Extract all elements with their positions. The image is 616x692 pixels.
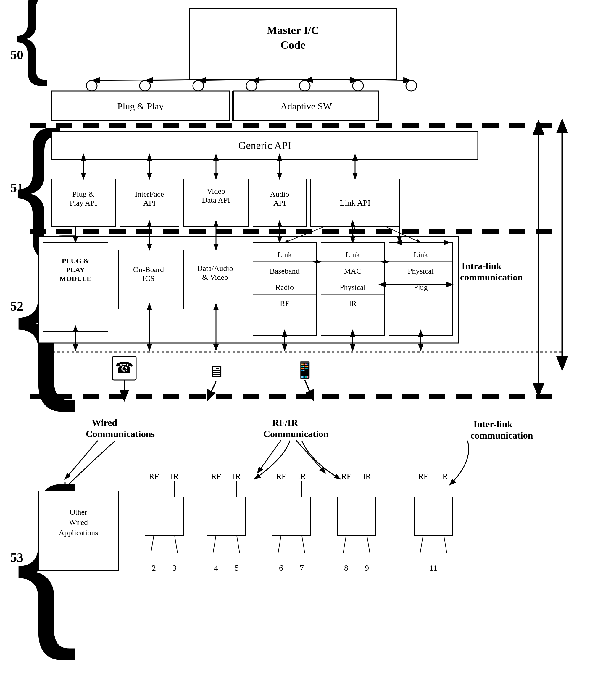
svg-text:IR: IR	[349, 299, 357, 308]
svg-text:51: 51	[10, 181, 23, 195]
svg-text:Communication: Communication	[263, 429, 329, 439]
svg-point-5	[193, 81, 204, 91]
svg-text:🖥: 🖥	[208, 362, 224, 381]
svg-text:Physical: Physical	[340, 283, 366, 291]
svg-line-148	[278, 535, 281, 553]
svg-text:Other: Other	[69, 508, 87, 516]
svg-rect-101	[112, 356, 136, 380]
svg-text:2: 2	[152, 563, 156, 572]
svg-rect-39	[253, 179, 306, 226]
svg-rect-79	[389, 242, 453, 336]
svg-rect-165	[414, 497, 453, 535]
svg-line-130	[151, 535, 154, 553]
svg-point-3	[86, 81, 97, 91]
svg-text:Intra-link: Intra-link	[462, 261, 502, 271]
svg-point-6	[246, 81, 257, 91]
svg-text:Plug &: Plug &	[72, 190, 94, 198]
svg-text:InterFace: InterFace	[135, 190, 164, 198]
svg-text:& Video: & Video	[202, 273, 228, 282]
svg-text:{: {	[15, 201, 79, 414]
svg-rect-0	[189, 8, 397, 79]
svg-line-10	[92, 79, 252, 81]
svg-line-115	[296, 440, 325, 473]
diagram-container: Master I/C Code { 50 Plug & Play Adaptiv…	[0, 0, 616, 692]
svg-text:7: 7	[300, 563, 304, 572]
svg-text:API: API	[143, 199, 156, 207]
svg-text:Code: Code	[280, 39, 305, 51]
diagram-svg: Master I/C Code { 50 Plug & Play Adaptiv…	[0, 0, 616, 692]
svg-line-149	[302, 535, 305, 553]
svg-text:RF: RF	[341, 472, 351, 481]
svg-text:Link API: Link API	[340, 198, 370, 207]
svg-text:Link: Link	[413, 251, 428, 259]
svg-text:RF: RF	[149, 472, 159, 481]
svg-line-157	[343, 535, 346, 553]
svg-line-167	[444, 535, 447, 553]
svg-line-107	[207, 382, 216, 401]
svg-line-181	[385, 226, 421, 242]
svg-text:Plug & Play: Plug & Play	[118, 101, 164, 111]
svg-rect-36	[184, 179, 249, 226]
svg-line-16	[343, 79, 411, 81]
svg-text:53: 53	[10, 550, 23, 565]
svg-line-179	[284, 226, 325, 242]
svg-rect-42	[311, 179, 399, 226]
svg-text:Data/Audio: Data/Audio	[197, 264, 233, 273]
svg-text:Data API: Data API	[202, 196, 230, 204]
svg-text:Play API: Play API	[69, 199, 97, 207]
svg-text:9: 9	[365, 563, 369, 572]
svg-text:RF: RF	[280, 299, 289, 308]
svg-text:{: {	[15, 0, 49, 87]
svg-text:3: 3	[172, 563, 177, 572]
svg-line-114	[257, 440, 281, 473]
svg-text:{: {	[15, 450, 79, 663]
svg-line-180	[353, 226, 355, 242]
svg-text:{: {	[15, 102, 63, 262]
svg-rect-120	[39, 491, 118, 571]
svg-text:PLUG &: PLUG &	[62, 257, 89, 265]
svg-text:☎: ☎	[115, 359, 133, 376]
svg-text:PLAY: PLAY	[66, 266, 85, 274]
svg-text:API: API	[273, 199, 286, 207]
svg-text:Master I/C: Master I/C	[267, 24, 319, 36]
svg-text:RF: RF	[276, 472, 286, 481]
svg-text:Inter-link: Inter-link	[473, 419, 512, 429]
svg-text:52: 52	[10, 299, 23, 313]
svg-line-140	[237, 535, 240, 553]
svg-line-12	[198, 79, 269, 81]
svg-text:Baseband: Baseband	[270, 267, 299, 275]
svg-text:Plug: Plug	[413, 283, 428, 291]
svg-point-9	[406, 81, 417, 91]
svg-rect-33	[120, 179, 179, 226]
svg-text:4: 4	[214, 563, 218, 572]
svg-point-8	[353, 81, 363, 91]
svg-line-131	[174, 535, 177, 553]
svg-rect-28	[52, 132, 478, 160]
svg-point-4	[140, 81, 150, 91]
svg-text:IR: IR	[440, 472, 448, 481]
svg-text:IR: IR	[363, 472, 371, 481]
svg-text:Radio: Radio	[275, 283, 294, 291]
svg-text:IR: IR	[233, 472, 241, 481]
svg-line-139	[213, 535, 216, 553]
svg-text:IR: IR	[298, 472, 306, 481]
svg-line-108	[305, 380, 314, 401]
svg-rect-60	[184, 250, 247, 309]
svg-text:Communications: Communications	[86, 429, 155, 439]
svg-text:On-Board: On-Board	[133, 265, 164, 274]
svg-rect-147	[272, 497, 311, 535]
svg-text:IR: IR	[170, 472, 179, 481]
svg-rect-19	[52, 91, 229, 121]
svg-text:6: 6	[279, 563, 283, 572]
svg-text:Adaptive SW: Adaptive SW	[280, 101, 332, 111]
svg-line-111	[65, 441, 98, 479]
svg-text:Generic API: Generic API	[238, 139, 292, 151]
svg-text:RF: RF	[211, 472, 221, 481]
svg-text:Link: Link	[277, 251, 292, 259]
svg-rect-138	[207, 497, 246, 535]
svg-text:RF: RF	[418, 472, 428, 481]
svg-text:ICS: ICS	[143, 274, 154, 283]
svg-text:Wired: Wired	[92, 417, 117, 428]
svg-line-13	[252, 79, 293, 81]
svg-text:Wired: Wired	[69, 518, 88, 527]
